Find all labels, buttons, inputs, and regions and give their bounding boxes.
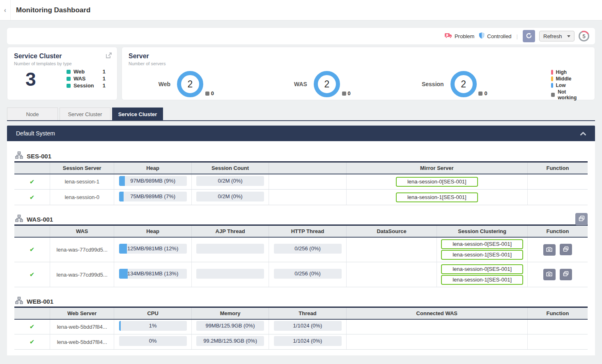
refresh-interval-label: Refresh [543,33,562,39]
shield-icon [478,32,485,40]
server-count: 2 [461,79,466,90]
cpu-gauge: 0% [119,336,187,346]
cluster-icon [15,297,23,306]
server-name: lena-was-77cd99d5... [50,237,114,262]
gauge-value: 75MB/989MB (7%) [130,193,175,199]
was-section-header: WAS-001 [14,205,588,224]
copy-section-button[interactable] [575,213,588,225]
was-table: WAS Heap AJP Thread HTTP Thread DataSour… [14,224,588,287]
web-table: Web Server CPU Memory Thread Connected W… [14,307,588,350]
controlled-filter[interactable]: Controlled [478,32,511,40]
countdown-value: 5 [582,33,585,39]
camera-icon [546,247,552,253]
session-clustering-button[interactable]: lena-session-0[SES-001] [441,239,523,249]
gauge-fill [119,269,128,279]
copy-row-button[interactable] [560,244,572,255]
server-card: Server Number of servers Web 2 0 [122,47,595,100]
mirror-server-button[interactable]: lena-session-1[SES-001] [396,192,478,202]
donut-chart: 2 [314,71,340,97]
table-row: ✔ lena-session-1 97MB/989MB (9%) 0/2M (0… [14,174,588,190]
memory-gauge: 99MB/125.9GB (0%) [196,321,264,331]
refresh-interval-select[interactable]: Refresh [539,31,574,41]
copy-row-button[interactable] [560,269,572,280]
session-clustering-button[interactable]: lena-session-1[SES-001] [441,250,523,260]
gauge-label: WAS [278,81,307,87]
web-section-header: WEB-001 [14,287,588,307]
toolbar-divider: | [517,33,518,39]
table-row: ✔ lena-session-0 75MB/989MB (7%) 0/2M (0… [14,190,588,205]
gauge-value: 0/2M (0%) [218,193,243,199]
template-total-count: 3 [25,70,36,89]
not-working-tag: 0 [205,90,214,96]
service-cluster-card-title: Service Cluster [14,53,110,60]
ses-table: Session Server Heap Session Count Mirror… [14,161,588,205]
back-button[interactable]: ‹ [0,0,11,20]
column-header: AJP Thread [191,225,269,237]
table-row: ✔ lena-web-5bdd7f84... 1% 99MB/125.9GB (… [14,319,588,334]
gauge-value: 0% [149,338,157,344]
chevron-down-icon [567,35,570,37]
server-name: lena-was-77cd99d5... [50,262,114,287]
cluster-icon [15,215,23,224]
gauge-value: 1/1024 (0%) [293,338,322,344]
not-working-count: 0 [211,90,214,96]
column-header: Web Server [50,307,114,319]
ajp-thread-gauge [196,244,264,254]
view-tabs: Node Server Cluster Service Cluster [7,108,595,121]
snapshot-button[interactable] [543,244,556,256]
legend-row-was: WAS 1 [67,76,106,82]
legend-row-session: Session 1 [67,82,106,89]
heap-gauge: 134MB/981MB (13%) [119,269,187,279]
status-ok-icon: ✔ [30,194,35,201]
donut-chart: 2 [177,71,203,97]
mirror-server-button[interactable]: lena-session-0[SES-001] [396,177,478,187]
problem-filter[interactable]: Problem [444,32,474,40]
cluster-icon [15,151,23,161]
column-header: Heap [114,225,191,237]
external-link-icon[interactable] [106,52,112,60]
gauge-value: 1/1024 (0%) [293,323,322,329]
column-header: Connected WAS [346,307,527,319]
donut-chart: 2 [450,71,477,97]
tab-node[interactable]: Node [7,108,58,120]
back-chevron-icon: ‹ [4,7,6,14]
tab-server-cluster[interactable]: Server Cluster [60,108,110,120]
gauge-label: Web [141,81,170,87]
connected-was-cell [346,319,527,334]
web-header-row: Web Server CPU Memory Thread Connected W… [14,307,588,319]
column-header: HTTP Thread [269,225,346,237]
not-working-count: 0 [484,90,487,96]
gauge-web: Web 2 0 [141,71,278,97]
collapse-chevron-up-icon[interactable] [580,132,586,135]
not-working-tag: 0 [478,90,487,96]
heap-gauge: 125MB/981MB (12%) [119,244,187,254]
gauge-value: 99.2MB/125.9GB (0%) [203,338,257,344]
gauge-session: Session 2 0 [414,71,551,97]
snapshot-button[interactable] [543,269,556,280]
column-header: DataSource [346,225,437,237]
tab-service-cluster[interactable]: Service Cluster [112,108,163,120]
camera-icon [546,271,552,278]
session-clustering-button[interactable]: lena-session-0[SES-001] [441,264,523,274]
column-header: Function [527,225,588,237]
gray-square-icon [342,92,346,96]
column-header [269,162,346,174]
gauge-value: 0/256 (0%) [294,245,321,252]
gauge-value: 97MB/989MB (9%) [130,178,175,184]
refresh-icon [526,32,532,40]
system-panel-body: SES-001 Session Server Heap Session Coun… [7,141,595,355]
refresh-now-button[interactable] [523,30,535,42]
tab-label: Server Cluster [68,111,102,117]
system-panel-header[interactable]: Default System [7,126,595,141]
controlled-label: Controlled [487,33,511,39]
gauge-fill [119,176,125,186]
teal-square-icon [67,77,71,81]
gauge-value: 0/2M (0%) [218,178,243,184]
status-ok-icon: ✔ [30,338,35,345]
column-header: Heap [114,162,191,174]
session-clustering-button[interactable]: lena-session-1[SES-001] [441,275,523,285]
status-ok-icon: ✔ [30,178,35,185]
status-legend: High Middle Low Not working [551,69,586,101]
status-label: Low [556,82,566,88]
legend-value: 1 [97,82,106,89]
